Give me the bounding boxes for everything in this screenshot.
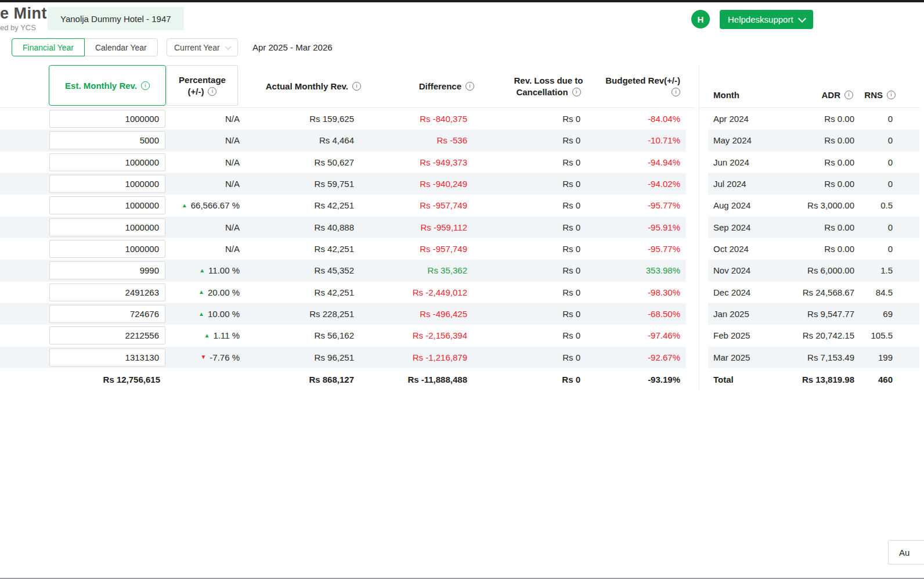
actual-rev-cell: Rs 159,625: [309, 108, 354, 130]
percentage-cell: N/A: [225, 108, 240, 130]
last-year-row: Oct 2024Rs 0.000: [699, 238, 924, 260]
est-monthly-rev-input[interactable]: [49, 240, 165, 258]
percentage-cell: ▲20.00 %: [198, 282, 240, 303]
table-row: N/ARs 159,625Rs -840,375Rs 0-84.04%: [0, 108, 694, 130]
info-icon[interactable]: i: [572, 88, 581, 96]
est-monthly-rev-input[interactable]: [49, 348, 165, 366]
last-year-rns: 0: [888, 173, 893, 195]
last-year-rns: 1.5: [880, 260, 893, 281]
difference-cell: Rs -536: [436, 130, 467, 151]
last-year-row: Feb 2025Rs 20,742.15105.5: [699, 325, 924, 346]
est-monthly-rev-input[interactable]: [49, 196, 165, 214]
last-year-month: Sep 2024: [713, 217, 750, 238]
user-menu-button[interactable]: Helpdesksupport: [720, 10, 813, 29]
tab-financial-year[interactable]: Financial Year: [12, 38, 85, 56]
percentage-cell: ▲1.11 %: [204, 325, 240, 346]
table-row: ▲20.00 %Rs 42,251Rs -2,449,012Rs 0-98.30…: [0, 282, 694, 303]
last-year-month: Dec 2024: [713, 282, 750, 303]
audit-button[interactable]: Au: [888, 540, 924, 564]
last-year-month: Jan 2025: [713, 303, 749, 325]
actual-rev-cell: Rs 56,162: [315, 325, 354, 346]
table-row: N/ARs 59,751Rs -940,249Rs 0-94.02%: [0, 173, 694, 195]
year-range-select[interactable]: Current Year: [167, 38, 238, 56]
percentage-cell: ▼-7.76 %: [200, 347, 240, 368]
difference-cell: Rs -1,216,879: [413, 347, 467, 368]
last-year-adr: Rs 0.00: [824, 108, 854, 130]
est-monthly-rev-header[interactable]: Est. Monthly Rev. i: [49, 65, 166, 106]
last-year-adr: Rs 3,000.00: [807, 195, 854, 216]
table-header: Est. Monthly Rev. i Percentage (+/-) i A…: [0, 64, 924, 108]
last-year-total-row: Total Rs 13,819.98 460: [699, 368, 924, 390]
info-icon[interactable]: i: [208, 87, 216, 96]
rev-loss-cell: Rs 0: [562, 282, 580, 303]
last-year-rns: 0: [888, 238, 893, 260]
rev-loss-cell: Rs 0: [562, 195, 580, 216]
actual-monthly-rev-header: Actual Monthly Rev. i: [266, 64, 361, 108]
actual-rev-cell: Rs 96,251: [315, 347, 354, 368]
table-row: N/ARs 50,627Rs -949,373Rs 0-94.94%: [0, 152, 694, 173]
info-icon[interactable]: i: [672, 88, 680, 96]
last-year-adr: Rs 20,742.15: [803, 325, 854, 346]
last-year-total-adr: Rs 13,819.98: [802, 368, 854, 390]
info-icon[interactable]: i: [141, 81, 150, 90]
last-year-month: May 2024: [713, 130, 752, 151]
actual-rev-cell: Rs 42,251: [315, 282, 354, 303]
budgeted-rev-header: Budgeted Rev(+/-) i: [605, 64, 680, 108]
est-monthly-rev-input[interactable]: [49, 153, 165, 171]
last-year-row: Mar 2025Rs 7,153.49199: [699, 347, 924, 368]
month-header: Month: [713, 90, 739, 100]
top-edge-bar: [0, 0, 924, 2]
rev-loss-cell: Rs 0: [562, 130, 580, 151]
brand-logo: e Mint: [0, 5, 47, 23]
actual-rev-cell: Rs 50,627: [315, 152, 354, 173]
totals-row: Rs 12,756,615 Rs 868,127 Rs -11,888,488 …: [0, 368, 694, 390]
last-year-month: Apr 2024: [713, 108, 749, 130]
difference-cell: Rs -496,425: [420, 303, 467, 325]
last-year-adr: Rs 24,568.67: [803, 282, 854, 303]
budgeted-rev-cell: -95.77%: [648, 238, 680, 260]
est-monthly-rev-input[interactable]: [49, 283, 165, 301]
last-year-total-rns: 460: [878, 368, 893, 390]
budgeted-rev-cell: -95.91%: [648, 217, 680, 238]
rev-loss-cell: Rs 0: [562, 347, 580, 368]
info-icon[interactable]: i: [844, 91, 853, 99]
est-monthly-rev-input[interactable]: [49, 218, 165, 236]
budgeted-rev-cell: -10.71%: [648, 130, 680, 151]
rev-loss-cell: Rs 0: [562, 217, 580, 238]
difference-cell: Rs 35,362: [428, 260, 467, 281]
table-row: ▲66,566.67 %Rs 42,251Rs -957,749Rs 0-95.…: [0, 195, 694, 216]
rev-loss-cell: Rs 0: [562, 303, 580, 325]
est-monthly-rev-input[interactable]: [49, 261, 165, 279]
budgeted-rev-cell: -95.77%: [648, 195, 680, 216]
est-monthly-rev-input[interactable]: [49, 326, 165, 344]
triangle-up-icon: ▲: [204, 333, 210, 339]
info-icon[interactable]: i: [465, 82, 474, 91]
last-year-month: Jul 2024: [713, 173, 746, 195]
triangle-up-icon: ▲: [198, 311, 204, 317]
budgeted-rev-cell: -94.94%: [648, 152, 680, 173]
last-year-month: Feb 2025: [713, 325, 750, 346]
avatar[interactable]: H: [691, 10, 710, 28]
last-year-adr: Rs 0.00: [824, 238, 854, 260]
last-year-adr: Rs 9,547.77: [807, 303, 854, 325]
info-icon[interactable]: i: [352, 82, 361, 91]
est-monthly-rev-input[interactable]: [49, 131, 165, 149]
est-monthly-rev-input[interactable]: [49, 175, 165, 193]
user-menu-label: Helpdesksupport: [728, 15, 793, 24]
est-monthly-rev-input[interactable]: [49, 110, 165, 128]
last-year-rns: 105.5: [871, 325, 893, 346]
difference-cell: Rs -949,373: [420, 152, 467, 173]
chevron-down-icon: [798, 14, 806, 22]
info-icon[interactable]: i: [887, 91, 896, 99]
tab-calendar-year[interactable]: Calendar Year: [84, 38, 158, 56]
difference-cell: Rs -959,112: [420, 217, 467, 238]
last-year-rns: 0: [888, 108, 893, 130]
est-monthly-rev-input[interactable]: [49, 305, 165, 323]
budgeted-rev-cell: -94.02%: [648, 173, 680, 195]
last-year-row: Jul 2024Rs 0.000: [699, 173, 924, 195]
hotel-selector[interactable]: Yanolja Dummy Hotel - 1947: [48, 7, 184, 30]
difference-cell: Rs -957,749: [420, 195, 467, 216]
budgeted-rev-cell: -92.67%: [648, 347, 680, 368]
revenue-budget-page: e Mint ed by YCS Yanolja Dummy Hotel - 1…: [0, 0, 924, 579]
last-year-adr: Rs 0.00: [824, 217, 854, 238]
